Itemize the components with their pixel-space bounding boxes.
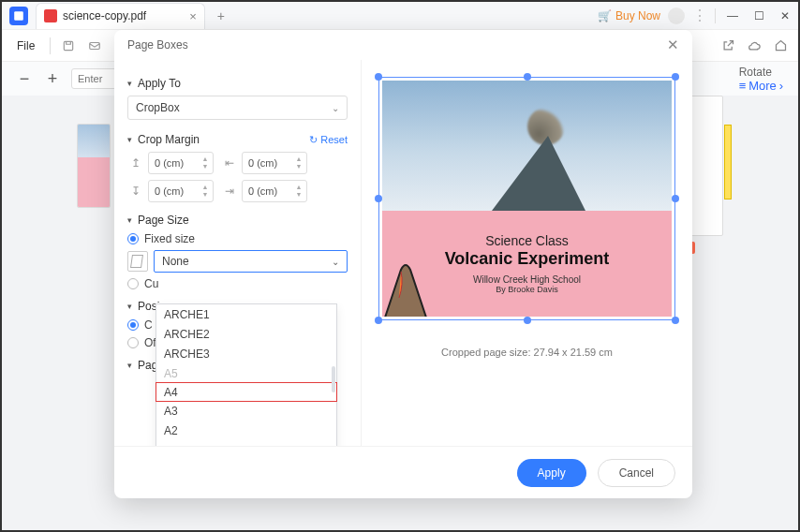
dialog-close-button[interactable]: ✕: [667, 37, 679, 53]
size-option-arche3[interactable]: ARCHE3: [156, 344, 336, 363]
chevron-down-icon: ⌄: [332, 257, 339, 267]
apply-to-label: Apply To: [138, 77, 181, 90]
size-option-a1[interactable]: A1: [156, 440, 336, 446]
collapse-icon: ▾: [127, 135, 132, 144]
page-size-dropdown: ARCHE1 ARCHE2 ARCHE3 A5 A4 A3 A2 A1: [156, 303, 337, 446]
resize-handle-tr[interactable]: [672, 73, 679, 81]
radio-icon: [127, 319, 139, 331]
size-option-a3[interactable]: A3: [156, 401, 336, 421]
margin-bottom-input[interactable]: 0 (cm)▲▼: [148, 180, 214, 202]
fixed-size-radio[interactable]: Fixed size: [127, 232, 348, 245]
resize-handle-br[interactable]: [672, 317, 679, 324]
margin-top-input[interactable]: 0 (cm)▲▼: [148, 152, 214, 174]
size-option-arche1[interactable]: ARCHE1: [156, 304, 336, 324]
crop-margin-section[interactable]: ▾ Crop Margin ↻Reset: [127, 133, 348, 146]
crop-size-info: Cropped page size: 27.94 x 21.59 cm: [378, 347, 675, 358]
resize-handle-tl[interactable]: [375, 73, 382, 81]
collapse-icon: ▾: [127, 302, 132, 311]
margin-right-input[interactable]: 0 (cm)▲▼: [242, 180, 307, 202]
resize-handle-bl[interactable]: [375, 317, 382, 324]
margin-top-icon: ↥: [127, 155, 144, 171]
radio-icon: [127, 278, 139, 289]
size-option-a4[interactable]: A4: [156, 382, 337, 402]
margin-bottom-icon: ↧: [127, 183, 144, 200]
collapse-icon: ▾: [127, 79, 132, 88]
resize-handle-bc[interactable]: [524, 317, 531, 324]
cancel-button[interactable]: Cancel: [598, 459, 675, 487]
margin-left-icon: ⇤: [221, 155, 238, 171]
page-size-section[interactable]: ▾Page Size: [127, 214, 348, 227]
page-size-value: None: [162, 255, 189, 268]
modal-overlay: Page Boxes ✕ ▾Apply To CropBox ⌄ ▾ Crop …: [2, 2, 798, 530]
crop-preview[interactable]: Science Class Volcanic Experiment Willow…: [378, 77, 675, 320]
selection-outline: [378, 77, 675, 320]
page-size-label: Page Size: [138, 214, 189, 227]
radio-icon: [127, 233, 139, 244]
apply-button[interactable]: Apply: [517, 459, 586, 487]
margin-right-icon: ⇥: [221, 183, 238, 200]
apply-to-select[interactable]: CropBox ⌄: [127, 96, 348, 120]
margin-left-input[interactable]: 0 (cm)▲▼: [242, 152, 307, 174]
radio-icon: [127, 337, 139, 348]
dialog-header: Page Boxes ✕: [114, 30, 692, 60]
resize-handle-mr[interactable]: [672, 195, 679, 202]
scrollbar-thumb[interactable]: [332, 366, 335, 392]
reset-button[interactable]: ↻Reset: [309, 134, 348, 146]
chevron-down-icon: ⌄: [332, 103, 339, 113]
dialog-title: Page Boxes: [127, 38, 188, 52]
size-option-arche2[interactable]: ARCHE2: [156, 324, 336, 344]
refresh-icon: ↻: [309, 134, 318, 146]
crop-margin-label: Crop Margin: [138, 133, 200, 146]
apply-to-section[interactable]: ▾Apply To: [127, 77, 348, 90]
collapse-icon: ▾: [127, 215, 132, 225]
dialog-right-panel: Science Class Volcanic Experiment Willow…: [362, 60, 692, 446]
resize-handle-ml[interactable]: [375, 195, 382, 202]
resize-handle-tc[interactable]: [524, 73, 531, 81]
orientation-icon[interactable]: [127, 251, 148, 272]
dialog-left-panel: ▾Apply To CropBox ⌄ ▾ Crop Margin ↻Reset…: [114, 60, 362, 446]
size-option-a2[interactable]: A2: [156, 421, 336, 440]
size-option-a5[interactable]: A5: [156, 363, 336, 383]
dialog-footer: Apply Cancel: [114, 446, 692, 498]
collapse-icon: ▾: [127, 361, 132, 370]
page-boxes-dialog: Page Boxes ✕ ▾Apply To CropBox ⌄ ▾ Crop …: [114, 30, 692, 498]
apply-to-value: CropBox: [136, 101, 180, 114]
page-size-select[interactable]: None ⌄: [154, 250, 348, 273]
custom-size-radio[interactable]: Cu: [127, 277, 348, 290]
